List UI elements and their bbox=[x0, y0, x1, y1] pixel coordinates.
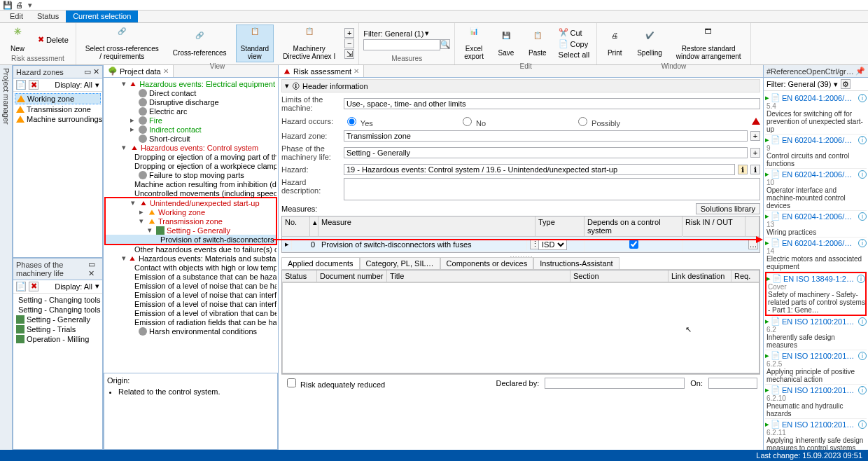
tree-node[interactable]: Harsh environmental conditions bbox=[105, 326, 276, 336]
reference-item[interactable]: ▸📄EN 60204-1:2006/A…i13Wiring practices bbox=[765, 211, 867, 238]
chevron-down-icon[interactable]: ▾ bbox=[95, 81, 99, 90]
ltab-components[interactable]: Components or devices bbox=[440, 257, 534, 269]
panel-close-icon[interactable]: ▭ ✕ bbox=[88, 260, 99, 278]
tree-node[interactable]: ▸Fire bbox=[105, 116, 276, 125]
col-type[interactable]: Type bbox=[536, 216, 584, 236]
hazard-zone-item[interactable]: Transmission zone bbox=[15, 104, 101, 114]
reference-item[interactable]: ▸📄EN ISO 12100:2010…i6.2Inherently safe … bbox=[765, 316, 867, 350]
tab-current-selection[interactable]: Current selection bbox=[66, 11, 138, 22]
reference-list[interactable]: ▸📄EN 60204-1:2006/A…i5.4Devices for swit… bbox=[764, 91, 868, 450]
info-icon[interactable]: i bbox=[858, 212, 867, 221]
display-dropdown[interactable]: Display: All bbox=[55, 282, 92, 291]
reference-item[interactable]: ▸📄EN 60204-1:2006/A…i5.4Devices for swit… bbox=[765, 92, 867, 135]
close-tab-icon[interactable]: ✕ bbox=[354, 67, 359, 75]
tree-node[interactable]: Emission of a level of noise that can in… bbox=[105, 299, 276, 308]
chevron-down-icon[interactable]: ▾ bbox=[95, 282, 99, 291]
info-icon[interactable]: i bbox=[857, 275, 865, 283]
tree-node[interactable]: Contact with objects with high or low te… bbox=[105, 263, 276, 272]
col-status[interactable]: Status bbox=[282, 270, 317, 282]
phase-item[interactable]: Setting - Generally bbox=[15, 315, 101, 324]
radio-no[interactable]: No bbox=[459, 115, 519, 128]
ref-add-icon[interactable]: ▸ bbox=[766, 274, 771, 283]
print-icon[interactable]: 🖨 bbox=[15, 1, 24, 9]
add-phase-icon[interactable]: + bbox=[750, 148, 760, 158]
col-measure[interactable]: Measure bbox=[318, 216, 536, 236]
ref-options-icon[interactable]: ⚙ bbox=[841, 79, 850, 89]
hazard-zone-field[interactable]: Transmission zone bbox=[344, 130, 748, 142]
depends-checkbox[interactable] bbox=[629, 240, 638, 249]
reference-item[interactable]: ▸📄EN 60204-1:2006/A…i10Operator interfac… bbox=[765, 169, 867, 211]
new-button[interactable]: ✳️ New bbox=[4, 25, 31, 55]
ref-add-icon[interactable]: ▸ bbox=[765, 170, 769, 179]
phase-item[interactable]: Setting - Trials bbox=[15, 324, 101, 334]
crossrefs-button[interactable]: 🔗 Cross-references bbox=[168, 29, 232, 59]
tree-node[interactable]: ▾Setting - Generally bbox=[106, 226, 276, 235]
limits-field[interactable]: Use-, space-, time- and other limits bbox=[344, 98, 760, 109]
tree-node[interactable]: Emission of a substance that can be haza… bbox=[105, 272, 276, 281]
hazard-field[interactable]: 19 - Hazardous events: Control system / … bbox=[344, 164, 735, 175]
info-icon[interactable]: i bbox=[858, 352, 867, 360]
delete-button[interactable]: ✖ Delete bbox=[35, 34, 71, 45]
applied-docs-body[interactable]: ↖ bbox=[282, 282, 760, 373]
reference-item[interactable]: ▸📄EN ISO 12100:2010…i6.2.10Pneumatic and… bbox=[765, 385, 867, 419]
tree-node[interactable]: Electric arc bbox=[105, 106, 276, 116]
tree-node[interactable]: Emission of a level of noise that can be… bbox=[105, 281, 276, 290]
reference-item[interactable]: ▸📄EN 60204-1:2006/A…i14Electric motors a… bbox=[765, 238, 867, 272]
col-section[interactable]: Section bbox=[570, 270, 668, 282]
type-select[interactable]: ISD bbox=[538, 239, 567, 250]
paste-button[interactable]: 📋 Paste bbox=[524, 29, 552, 59]
col-no[interactable]: No. bbox=[282, 216, 310, 236]
filter-input[interactable] bbox=[363, 39, 440, 50]
ref-add-icon[interactable]: ▸ bbox=[765, 135, 769, 144]
info-icon[interactable]: i bbox=[858, 94, 867, 102]
tree-node[interactable]: Provision of switch-disconnectors wit… bbox=[106, 235, 276, 244]
phase-item[interactable]: Operation - Milling bbox=[15, 334, 101, 344]
ref-add-icon[interactable]: ▸ bbox=[765, 212, 769, 221]
col-risk[interactable]: Risk IN / OUT bbox=[682, 216, 746, 236]
tree-node[interactable]: Dropping or ejection of a workpiece clam… bbox=[105, 161, 276, 170]
tree-node[interactable]: Machine action resulting from inhibition… bbox=[105, 179, 276, 188]
md-annex-button[interactable]: 📋 Machinery Directive Annex I bbox=[278, 25, 340, 62]
tree-node[interactable]: ▾Hazardous events: Materials and substan… bbox=[105, 254, 276, 263]
standard-view-button[interactable]: 📋 Standard view bbox=[236, 25, 274, 62]
print-button[interactable]: 🖨 Print bbox=[601, 29, 628, 59]
tree-node[interactable]: ▸Indirect contact bbox=[105, 125, 276, 134]
tree-node[interactable]: Dropping or ejection of a moving part of… bbox=[105, 152, 276, 161]
pin-icon[interactable]: 📌 bbox=[855, 67, 865, 76]
hazard-zone-item[interactable]: Machine surroundings bbox=[15, 114, 101, 124]
ref-add-icon[interactable]: ▸ bbox=[765, 420, 769, 429]
info-icon[interactable]: i bbox=[858, 170, 867, 179]
spelling-button[interactable]: ✔️ Spelling bbox=[632, 29, 667, 59]
cut-button[interactable]: ✂️Cut bbox=[556, 27, 593, 38]
tree-node[interactable]: ▾Transmission zone bbox=[106, 216, 276, 226]
add-zone-icon[interactable]: + bbox=[750, 131, 760, 141]
filter-search-icon[interactable]: 🔍 bbox=[440, 39, 450, 49]
ltab-category[interactable]: Category, PL, SIL… bbox=[360, 257, 440, 269]
tree-node[interactable]: ▾Unintended/unexpected start-up bbox=[106, 198, 276, 207]
new-zone-icon[interactable]: 📄 bbox=[16, 80, 26, 90]
chevron-down-icon[interactable]: ▾ bbox=[834, 80, 838, 89]
project-manager-side-tab[interactable]: Project manager bbox=[0, 65, 13, 450]
risk-reduced-checkbox[interactable]: Risk adequately reduced bbox=[284, 376, 385, 390]
col-title[interactable]: Title bbox=[387, 270, 570, 282]
save-icon[interactable]: 💾 bbox=[3, 1, 11, 9]
ref-add-icon[interactable]: ▸ bbox=[765, 317, 769, 326]
col-docnum[interactable]: Document number bbox=[317, 270, 387, 282]
ref-add-icon[interactable]: ▸ bbox=[765, 238, 769, 247]
header-info-collapse[interactable]: ▾ 🛈 Header information bbox=[281, 79, 760, 92]
excel-export-button[interactable]: 📊 Excel export bbox=[459, 25, 489, 62]
expand-icon[interactable]: ⇲ bbox=[344, 49, 354, 59]
tree-node[interactable]: Short-circuit bbox=[105, 134, 276, 143]
display-dropdown[interactable]: Display: All bbox=[55, 81, 92, 89]
solutions-library-button[interactable]: Solutions library bbox=[696, 203, 760, 214]
hazard-help-icon[interactable]: ℹ bbox=[750, 165, 760, 174]
project-data-tree[interactable]: ▾Hazardous events: Electrical equipmentD… bbox=[104, 78, 278, 373]
tree-node[interactable]: ▾Hazardous events: Control system bbox=[105, 143, 276, 152]
tab-status[interactable]: Status bbox=[30, 11, 66, 22]
delete-zone-icon[interactable]: ✖ bbox=[29, 80, 38, 90]
tree-node[interactable]: Emission of radiation fields that can be… bbox=[105, 317, 276, 326]
reference-item[interactable]: ▸📄EN 60204-1:2006/A…i9Control circuits a… bbox=[765, 135, 867, 169]
ref-add-icon[interactable]: ▸ bbox=[765, 385, 769, 394]
ltab-instructions[interactable]: Instructions-Assistant bbox=[533, 257, 620, 269]
filter-dropdown-icon[interactable]: ▾ bbox=[425, 29, 429, 38]
